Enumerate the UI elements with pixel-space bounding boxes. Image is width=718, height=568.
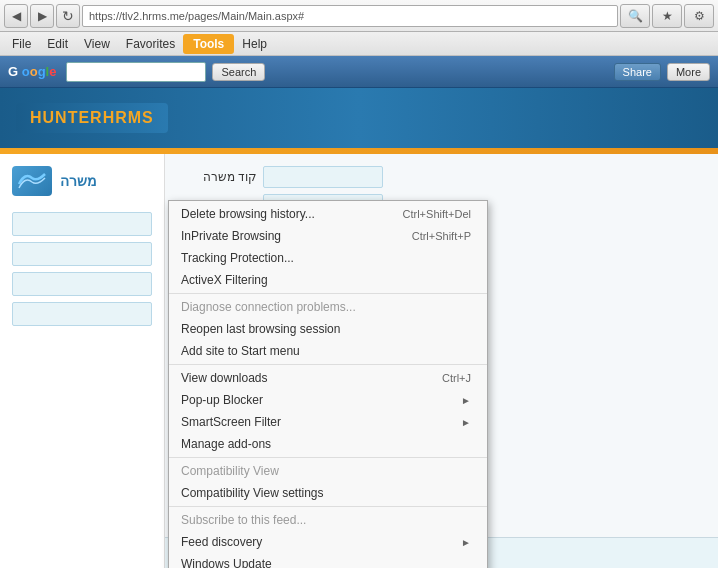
menu-tools[interactable]: Tools <box>183 34 234 54</box>
toolbar: G oogle Search Share More <box>0 56 718 88</box>
menu-file[interactable]: File <box>4 34 39 54</box>
menu-activex[interactable]: ActiveX Filtering <box>169 269 487 291</box>
browser-frame: ◀ ▶ ↻ https://tlv2.hrms.me/pages/Main/Ma… <box>0 0 718 568</box>
hrms-logo: HUNTERHRMS <box>16 103 168 133</box>
refresh-button[interactable]: ↻ <box>56 4 80 28</box>
menu-section-2: Diagnose connection problems... Reopen l… <box>169 294 487 365</box>
sidebar-logo-icon <box>12 166 52 196</box>
field-label-1: קוד משרה <box>177 170 257 184</box>
hrms-header: HUNTERHRMS <box>0 88 718 148</box>
menu-add-start[interactable]: Add site to Start menu <box>169 340 487 362</box>
sidebar-logo-text: משרה <box>60 173 97 189</box>
menu-compat-settings[interactable]: Compatibility View settings <box>169 482 487 504</box>
logo-hunter: HUNTER <box>30 109 103 126</box>
tools-nav-button[interactable]: ⚙ <box>684 4 714 28</box>
sidebar-field-1[interactable] <box>12 212 152 236</box>
menu-section-5: Subscribe to this feed... Feed discovery… <box>169 507 487 568</box>
google-logo: G oogle <box>8 64 56 79</box>
field-row-1: קוד משרה <box>177 166 383 188</box>
page-content: HUNTERHRMS משרה <box>0 88 718 568</box>
menu-subscribe-feed: Subscribe to this feed... <box>169 509 487 531</box>
menu-inprivate[interactable]: InPrivate Browsing Ctrl+Shift+P <box>169 225 487 247</box>
address-bar[interactable]: https://tlv2.hrms.me/pages/Main/Main.asp… <box>82 5 618 27</box>
forward-button[interactable]: ▶ <box>30 4 54 28</box>
favorites-button[interactable]: ★ <box>652 4 682 28</box>
menu-manage-addons[interactable]: Manage add-ons <box>169 433 487 455</box>
search-button[interactable]: Search <box>212 63 265 81</box>
menu-edit[interactable]: Edit <box>39 34 76 54</box>
logo-hrms: HRMS <box>103 109 154 126</box>
menu-view[interactable]: View <box>76 34 118 54</box>
menu-tracking-protection[interactable]: Tracking Protection... <box>169 247 487 269</box>
search-label: Search <box>221 66 256 78</box>
sidebar-field-2[interactable] <box>12 242 152 266</box>
navigation-bar: ◀ ▶ ↻ https://tlv2.hrms.me/pages/Main/Ma… <box>0 0 718 32</box>
sidebar-logo-area: משרה <box>12 166 152 196</box>
menu-help[interactable]: Help <box>234 34 275 54</box>
menu-diagnose: Diagnose connection problems... <box>169 296 487 318</box>
sidebar: משרה <box>0 154 165 568</box>
address-text: https://tlv2.hrms.me/pages/Main/Main.asp… <box>89 10 304 22</box>
menu-section-1: Delete browsing history... Ctrl+Shift+De… <box>169 201 487 294</box>
field-input-1[interactable] <box>263 166 383 188</box>
back-button[interactable]: ◀ <box>4 4 28 28</box>
menu-delete-history[interactable]: Delete browsing history... Ctrl+Shift+De… <box>169 203 487 225</box>
more-label: More <box>676 66 701 78</box>
menu-section-3: View downloads Ctrl+J Pop-up Blocker ► S… <box>169 365 487 458</box>
menu-smartscreen[interactable]: SmartScreen Filter ► <box>169 411 487 433</box>
sidebar-field-3[interactable] <box>12 272 152 296</box>
sidebar-field-4[interactable] <box>12 302 152 326</box>
menu-reopen-session[interactable]: Reopen last browsing session <box>169 318 487 340</box>
menu-bar: File Edit View Favorites Tools Help <box>0 32 718 56</box>
share-label: Share <box>623 66 652 78</box>
google-search-input[interactable] <box>66 62 206 82</box>
menu-feed-discovery[interactable]: Feed discovery ► <box>169 531 487 553</box>
menu-view-downloads[interactable]: View downloads Ctrl+J <box>169 367 487 389</box>
more-button[interactable]: More <box>667 63 710 81</box>
tools-dropdown-menu[interactable]: Delete browsing history... Ctrl+Shift+De… <box>168 200 488 568</box>
share-button[interactable]: Share <box>614 63 661 81</box>
search-go-button[interactable]: 🔍 <box>620 4 650 28</box>
menu-windows-update[interactable]: Windows Update <box>169 553 487 568</box>
menu-popup-blocker[interactable]: Pop-up Blocker ► <box>169 389 487 411</box>
menu-section-4: Compatibility View Compatibility View se… <box>169 458 487 507</box>
menu-favorites[interactable]: Favorites <box>118 34 183 54</box>
menu-compat-view: Compatibility View <box>169 460 487 482</box>
